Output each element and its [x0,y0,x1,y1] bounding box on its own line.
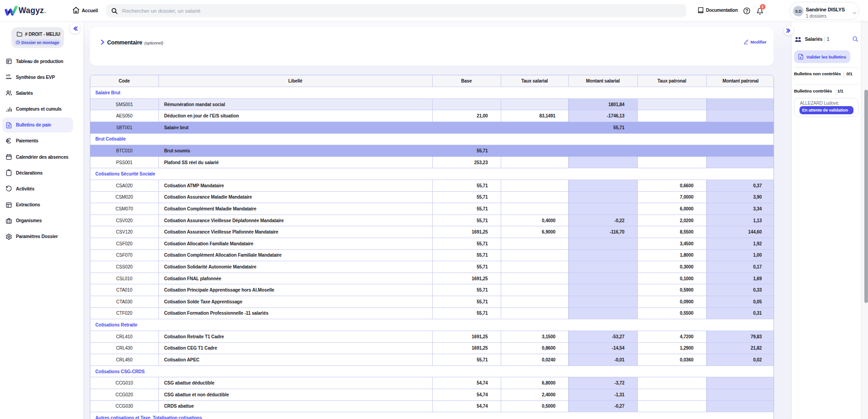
svg-text:123: 123 [6,74,11,77]
